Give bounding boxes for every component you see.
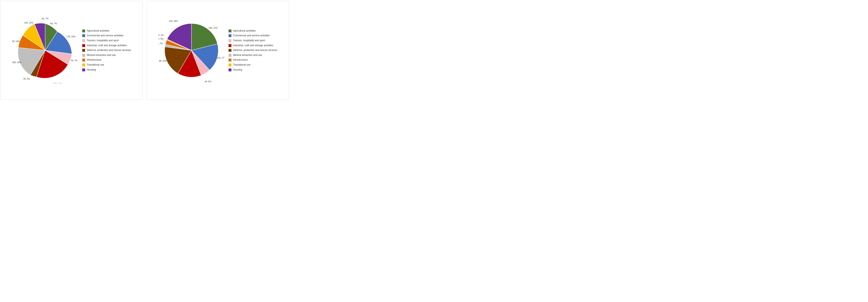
label-agricultural-1: 84; 7% <box>50 22 57 25</box>
label-transitional-1: 142; 12% <box>24 22 33 24</box>
legend-label-housing-1: Housing <box>87 68 96 72</box>
label-industrial-1: 219; 19% <box>53 83 62 83</box>
label-housing-2: 134; 18% <box>169 20 178 22</box>
legend-label-transitional-1: Transitional use <box>87 63 104 66</box>
legend-color-defence-1 <box>82 49 85 52</box>
legend-item-agricultural-1: Agricultural activities <box>82 29 131 33</box>
legend-color-defence-2 <box>228 49 231 52</box>
legend-color-commercial-1 <box>82 34 85 37</box>
legend-color-transitional-1 <box>82 63 85 66</box>
legend-item-industrial-1: Industrial, craft and storage activities <box>82 44 131 47</box>
pie-svg-1: 84; 7% 178; 15% 76; 7% 219; 19% 35; 3% 1… <box>12 17 78 83</box>
legend-item-housing-1: Housing <box>82 68 131 72</box>
pie-chart-1: 84; 7% 178; 15% 76; 7% 219; 19% 35; 3% 1… <box>12 17 78 83</box>
label-mineral-2: 11; 1% <box>158 42 163 45</box>
legend-item-infra-2: Infrastructure <box>228 58 277 62</box>
label-tourism-2: 44; 6% <box>205 80 211 83</box>
label-commercial-2: 126; 17% <box>217 57 224 59</box>
legend-color-tourism-1 <box>82 39 85 42</box>
legend-item-transitional-2: Transitional use <box>228 63 277 66</box>
legend-label-infra-1: Infrastructure <box>87 58 101 62</box>
legend-item-tourism-2: Tourism, hospitality and sport <box>228 39 277 42</box>
chart-panel-2: 156; 21% 126; 17% 44; 6% 106; 14% 138; 1… <box>147 1 289 100</box>
legend-label-infra-2: Infrastructure <box>233 58 248 62</box>
legend-item-tourism-1: Tourism, hospitality and sport <box>82 39 131 42</box>
label-infra-1: 159; 14% <box>12 40 20 43</box>
legend-color-infra-2 <box>228 59 231 61</box>
chart-panel-1: 84; 7% 178; 15% 76; 7% 219; 19% 35; 3% 1… <box>0 1 143 100</box>
legend-color-agricultural-2 <box>228 29 231 32</box>
legend-color-industrial-1 <box>82 44 85 47</box>
legend-label-defence-1: Defence, protection and rescue services <box>87 49 131 52</box>
legend-item-commercial-2: Commercial and service activities <box>228 34 277 37</box>
legend-item-mineral-1: Mineral extraction and use <box>82 54 131 57</box>
legend-color-housing-1 <box>82 68 85 72</box>
legend-label-agricultural-1: Agricultural activities <box>87 29 109 33</box>
legend-label-tourism-1: Tourism, hospitality and sport <box>87 39 119 42</box>
legend-color-infra-1 <box>82 59 85 61</box>
legend-label-transitional-2: Transitional use <box>233 63 250 66</box>
legend-1: Agricultural activities Commercial and s… <box>82 29 131 72</box>
legend-label-tourism-2: Tourism, hospitality and sport <box>233 39 265 42</box>
label-mineral-1: 180; 16% <box>12 61 21 63</box>
label-commercial-1: 178; 15% <box>66 35 75 38</box>
label-defence-1: 35; 3% <box>23 78 30 80</box>
legend-label-mineral-1: Mineral extraction and use <box>87 54 116 57</box>
legend-item-housing-2: Housing <box>228 68 277 72</box>
legend-color-tourism-2 <box>228 39 231 42</box>
label-defence-2: 138; 19% <box>158 60 167 62</box>
legend-2: Agricultural activities Commercial and s… <box>228 29 277 72</box>
legend-item-commercial-1: Commercial and service activities <box>82 34 131 37</box>
label-tourism-1: 76; 7% <box>71 59 78 62</box>
legend-label-industrial-2: Industrial, craft and storage activities <box>233 44 273 47</box>
legend-item-defence-2: Defence, protection and rescue services <box>228 49 277 52</box>
label-agricultural-2: 156; 21% <box>209 27 218 29</box>
legend-item-mineral-2: Mineral extraction and use <box>228 54 277 57</box>
legend-item-industrial-2: Industrial, craft and storage activities <box>228 44 277 47</box>
legend-label-housing-2: Housing <box>233 68 242 72</box>
legend-item-infra-1: Infrastructure <box>82 58 131 62</box>
charts-container: 84; 7% 178; 15% 76; 7% 219; 19% 35; 3% 1… <box>0 1 289 100</box>
legend-label-defence-2: Defence, protection and rescue services <box>233 49 277 52</box>
label-transitional-2: 4; 1% <box>158 34 164 36</box>
pie-svg-2: 156; 21% 126; 17% 44; 6% 106; 14% 138; 1… <box>158 17 224 83</box>
pie-chart-2: 156; 21% 126; 17% 44; 6% 106; 14% 138; 1… <box>158 17 224 83</box>
legend-color-mineral-2 <box>228 54 231 57</box>
label-infra-2: 20; 3% <box>158 37 163 40</box>
legend-color-mineral-1 <box>82 54 85 57</box>
legend-label-industrial-1: Industrial, craft and storage activities <box>87 44 127 47</box>
legend-label-agricultural-2: Agricultural activities <box>233 29 255 33</box>
legend-label-commercial-2: Commercial and service activities <box>233 34 270 37</box>
legend-color-housing-2 <box>228 68 231 72</box>
legend-item-defence-1: Defence, protection and rescue services <box>82 49 131 52</box>
legend-item-agricultural-2: Agricultural activities <box>228 29 277 33</box>
legend-color-commercial-2 <box>228 34 231 37</box>
legend-color-industrial-2 <box>228 44 231 47</box>
legend-label-mineral-2: Mineral extraction and use <box>233 54 262 57</box>
label-housing-1: 81; 7% <box>42 17 49 20</box>
legend-item-transitional-1: Transitional use <box>82 63 131 66</box>
legend-color-transitional-2 <box>228 63 231 66</box>
legend-color-agricultural-1 <box>82 29 85 32</box>
legend-label-commercial-1: Commercial and service activities <box>87 34 123 37</box>
